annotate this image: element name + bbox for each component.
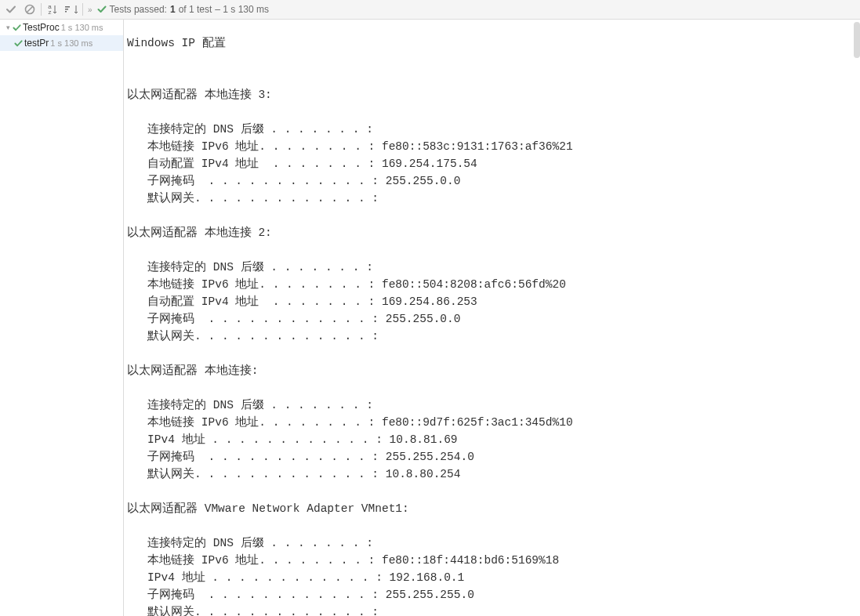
sort-alpha-icon: az — [48, 4, 51, 15]
node-name: TestProc — [23, 22, 60, 33]
svg-rect-3 — [65, 9, 68, 10]
check-icon — [5, 4, 16, 15]
separator — [82, 3, 83, 16]
check-icon — [14, 39, 23, 48]
forbidden-icon — [24, 4, 35, 15]
sort-duration-button[interactable] — [62, 1, 81, 18]
test-status: Tests passed: 1 of 1 test – 1 s 130 ms — [97, 4, 269, 15]
tree-node-child[interactable]: testPr 1 s 130 ms — [0, 35, 123, 51]
svg-line-1 — [27, 6, 33, 13]
svg-rect-4 — [65, 11, 67, 13]
test-runner-panel: az » Tests passed: — [0, 0, 860, 616]
check-icon — [13, 24, 21, 32]
status-prefix: Tests passed: — [110, 4, 167, 15]
show-passed-toggle[interactable] — [2, 1, 20, 18]
status-time: – 1 s 130 ms — [215, 4, 269, 15]
tree-node-root[interactable]: ▾ TestProc 1 s 130 ms — [0, 20, 123, 35]
console-scroll[interactable]: Windows IP 配置 以太网适配器 本地连接 3: 连接特定的 DNS 后… — [124, 20, 860, 616]
content-split: ▾ TestProc 1 s 130 ms testPr 1 s 130 ms … — [0, 20, 860, 616]
sort-duration-icon — [65, 5, 73, 14]
test-tree[interactable]: ▾ TestProc 1 s 130 ms testPr 1 s 130 ms — [0, 20, 124, 616]
show-ignored-toggle[interactable] — [20, 1, 39, 18]
node-time: 1 s 130 ms — [61, 23, 103, 32]
status-mid: of 1 test — [179, 4, 212, 15]
scrollbar-thumb[interactable] — [854, 22, 860, 58]
scrollbar-track[interactable] — [854, 20, 860, 616]
svg-rect-2 — [65, 6, 70, 8]
test-toolbar: az » Tests passed: — [0, 0, 860, 20]
check-icon — [97, 5, 107, 14]
status-count: 1 — [170, 4, 176, 15]
node-name: testPr — [24, 38, 49, 49]
node-time: 1 s 130 ms — [50, 38, 93, 48]
separator — [41, 3, 42, 16]
console-output: Windows IP 配置 以太网适配器 本地连接 3: 连接特定的 DNS 后… — [124, 31, 860, 616]
expand-chevron-icon[interactable]: » — [85, 5, 96, 14]
sort-alpha-button[interactable]: az — [43, 1, 62, 18]
collapse-icon[interactable]: ▾ — [3, 24, 13, 31]
